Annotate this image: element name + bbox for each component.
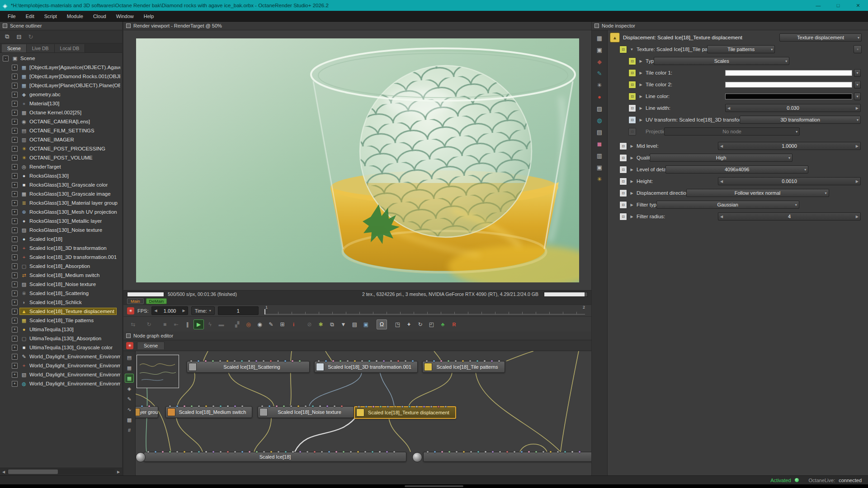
expander-icon[interactable]: ▶: [639, 59, 643, 63]
node-pin[interactable]: [423, 405, 425, 408]
node-pin[interactable]: [233, 360, 236, 362]
subsample-icon[interactable]: ▞: [232, 319, 242, 329]
node-pin[interactable]: [219, 450, 222, 453]
tree-expander-icon[interactable]: +: [12, 282, 18, 287]
node-pin[interactable]: [219, 360, 222, 362]
tree-item[interactable]: +■UltimaTequila.[130]_Grayscale color: [0, 343, 122, 352]
node-pin[interactable]: [241, 450, 244, 453]
node-pin[interactable]: [248, 360, 250, 362]
graph-node[interactable]: Scaled Ice[18]_Noise texture: [258, 406, 354, 418]
tree-expander-icon[interactable]: +: [12, 236, 18, 242]
node-pin[interactable]: [190, 450, 193, 453]
slider-increase-icon[interactable]: ▶: [856, 106, 859, 110]
tree-expander-icon[interactable]: +: [12, 83, 18, 89]
pivot-icon[interactable]: ♣: [438, 319, 448, 329]
previous-frame-icon[interactable]: ⇤: [171, 319, 181, 329]
tree-item[interactable]: +▩Octane Kernel.002[25]: [0, 108, 122, 117]
grid-icon[interactable]: ▦: [125, 363, 134, 372]
node-pin[interactable]: [469, 360, 472, 362]
param-node-icon[interactable]: ⊡: [619, 201, 627, 209]
tree-expander-icon[interactable]: +: [12, 74, 18, 80]
camera-nodes-icon[interactable]: ▤: [594, 127, 605, 137]
graph-node[interactable]: [423, 452, 591, 462]
node-pin[interactable]: [499, 450, 501, 453]
node-pin[interactable]: [430, 405, 433, 408]
graph-node[interactable]: Scaled Ice[18]_3D transformation.001: [314, 361, 418, 373]
node-pin[interactable]: [372, 405, 375, 408]
node-pin[interactable]: [306, 450, 309, 453]
expander-icon[interactable]: ▶: [639, 83, 643, 87]
node-pin[interactable]: [269, 360, 272, 362]
node-pin[interactable]: [277, 360, 279, 362]
node-pin[interactable]: [447, 360, 450, 362]
tree-item[interactable]: +▨Scaled Ice[18]_Noise texture: [0, 280, 122, 289]
node-pin[interactable]: [375, 360, 378, 362]
orbit-tool-icon[interactable]: ↻: [415, 319, 425, 329]
node-pin[interactable]: [319, 405, 321, 408]
outliner-tab-scene[interactable]: Scene: [2, 44, 27, 52]
slider-increase-icon[interactable]: ▶: [856, 215, 859, 219]
node-pin[interactable]: [190, 360, 193, 362]
node-pin[interactable]: [176, 405, 179, 408]
node-pin[interactable]: [542, 450, 545, 453]
tree-item[interactable]: +✳OCTANE_POST_PROCESSING: [0, 144, 122, 153]
menu-edit[interactable]: Edit: [21, 12, 39, 20]
tree-expander-icon[interactable]: +: [12, 200, 18, 206]
node-pin[interactable]: [161, 450, 164, 453]
scroll-left-icon[interactable]: ◀: [0, 470, 7, 474]
node-pin[interactable]: [441, 450, 443, 453]
tree-item[interactable]: +●Scaled Ice[18]: [0, 235, 122, 244]
node-pin[interactable]: [335, 450, 338, 453]
node-pin[interactable]: [326, 405, 329, 408]
chevron-down-icon[interactable]: ▾: [854, 93, 861, 100]
fps-increase-icon[interactable]: ▶: [180, 309, 188, 313]
tree-expander-icon[interactable]: +: [12, 345, 18, 351]
node-pin[interactable]: [448, 450, 451, 453]
height-slider[interactable]: ◀0.0010▶: [718, 177, 861, 185]
expand-all-icon[interactable]: ⧉: [3, 32, 12, 41]
annotate-icon[interactable]: ✎: [125, 394, 134, 404]
param-node-icon[interactable]: ⊡: [619, 154, 627, 162]
node-pin[interactable]: [339, 360, 342, 362]
param-node-icon[interactable]: ⊡: [619, 166, 627, 174]
tree-item[interactable]: +⊕RocksGlass[130]_Mesh UV projection: [0, 207, 122, 216]
render-viewport[interactable]: [123, 30, 591, 290]
scroll-right-icon[interactable]: ▶: [115, 470, 122, 474]
grid-size-icon[interactable]: #: [125, 426, 134, 435]
tree-expander-icon[interactable]: +: [12, 101, 18, 107]
node-pin[interactable]: [275, 405, 278, 408]
pass-tab-demain[interactable]: DeMain: [146, 298, 167, 304]
clay-mode-icon[interactable]: ▬: [216, 319, 226, 329]
collapse-all-icon[interactable]: ⊟: [14, 32, 24, 41]
tree-item[interactable]: +▢UltimaTequila.[130]_Absorption: [0, 334, 122, 343]
node-pin[interactable]: [425, 360, 428, 362]
expander-icon[interactable]: ▼: [630, 47, 634, 52]
node-pin[interactable]: [290, 405, 292, 408]
tree-expander-icon[interactable]: +: [12, 336, 18, 342]
node-pin[interactable]: [248, 450, 251, 453]
tree-expander-icon[interactable]: -: [3, 56, 9, 61]
node-pin[interactable]: [169, 450, 171, 453]
node-pin[interactable]: [408, 405, 411, 408]
node-pin[interactable]: [284, 450, 287, 453]
graph-node[interactable]: yer group: [136, 406, 158, 418]
playhead-marker[interactable]: [264, 309, 265, 314]
tree-item[interactable]: +▦[ObjectLayer]Plane(OBJECT).Plane(OBJEC…: [0, 81, 122, 90]
node-pin[interactable]: [454, 360, 457, 362]
node-pin[interactable]: [183, 405, 186, 408]
timeline-ruler[interactable]: 1 2: [264, 305, 585, 316]
graph-node[interactable]: Scaled Ice[18]: [144, 452, 406, 462]
tree-expander-icon[interactable]: +: [12, 137, 18, 143]
displacement-direction-dropdown[interactable]: Follow vertex normal▾: [686, 189, 829, 197]
slider-decrease-icon[interactable]: ◀: [720, 179, 723, 183]
node-pin[interactable]: [462, 360, 464, 362]
node-pin[interactable]: [317, 360, 320, 362]
node-pin[interactable]: [357, 450, 359, 453]
export-passes-icon[interactable]: ▤: [349, 319, 360, 329]
node-types-icon[interactable]: ▦: [594, 33, 605, 43]
node-pin[interactable]: [212, 360, 214, 362]
node-pin[interactable]: [226, 405, 229, 408]
menu-script[interactable]: Script: [39, 12, 62, 20]
type-dropdown[interactable]: Scales▾: [654, 57, 789, 65]
node-pin[interactable]: [198, 450, 200, 453]
